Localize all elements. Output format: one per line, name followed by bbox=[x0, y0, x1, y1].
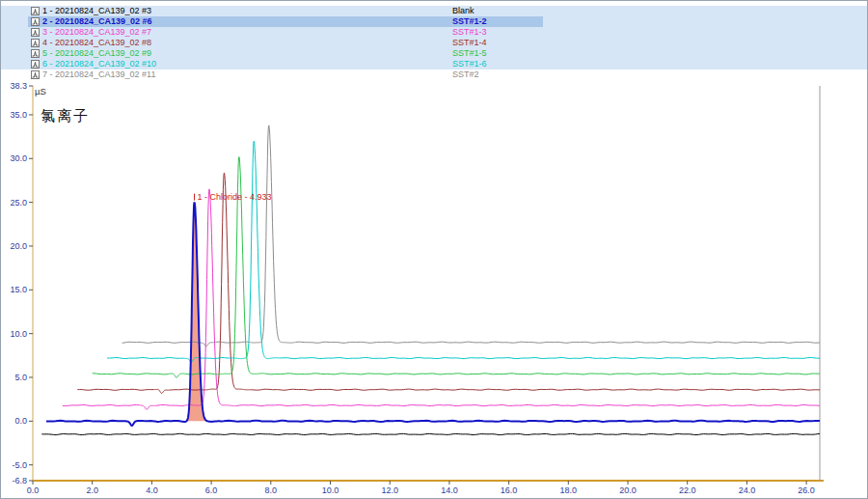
chart-title: 氯离子 bbox=[41, 107, 90, 124]
y-axis-tick-label: 10.0 bbox=[10, 329, 27, 339]
chromatogram-icon bbox=[31, 7, 40, 15]
chromatography-window: µS 氯离子 0.02.04.06.08.010.012.014.016.018… bbox=[0, 0, 868, 499]
x-axis-tick-label: 4.0 bbox=[146, 485, 158, 495]
x-axis-tick-label: 20.0 bbox=[619, 485, 637, 495]
legend-row-6[interactable]: 6 - 20210824_CA139_02 #10SST#1-6 bbox=[1, 59, 867, 69]
y-axis-tick-label: 20.0 bbox=[10, 241, 27, 251]
sample-type-label: SST#1-4 bbox=[452, 38, 487, 48]
legend-row-4[interactable]: 4 - 20210824_CA139_02 #8SST#1-4 bbox=[1, 38, 867, 48]
sample-type-label: SST#1-5 bbox=[452, 48, 487, 59]
trace-sst-1-4[interactable] bbox=[77, 173, 820, 393]
x-axis-tick-label: 6.0 bbox=[205, 485, 218, 495]
y-axis-tick-label: -6.8 bbox=[12, 476, 27, 485]
y-axis-tick-label: 25.0 bbox=[10, 198, 27, 208]
y-axis-tick-label: 5.0 bbox=[14, 373, 27, 382]
trace-sst-1-3[interactable] bbox=[63, 189, 820, 409]
legend-panel: 1 - 20210824_CA139_02 #3Blank2 - 2021082… bbox=[1, 1, 867, 83]
peak-annotation-label: 1 - Chloride - 4.933 bbox=[198, 192, 272, 202]
sample-name: 2 - 20210824_CA139_02 #6 bbox=[42, 16, 152, 27]
legend-row-5[interactable]: 5 - 20210824_CA139_02 #9SST#1-5 bbox=[1, 48, 867, 59]
chromatogram-icon bbox=[31, 49, 40, 58]
legend-row-3[interactable]: 3 - 20210824_CA139_02 #7SST#1-3 bbox=[1, 27, 867, 38]
x-axis-tick-label: 12.0 bbox=[381, 485, 398, 495]
x-axis-tick-label: 14.0 bbox=[441, 485, 458, 495]
x-axis-tick-label: 26.0 bbox=[798, 485, 815, 495]
sample-type-label: SST#2 bbox=[452, 69, 479, 80]
y-axis-tick-label: 30.0 bbox=[10, 153, 27, 163]
sample-type-label: SST#1-6 bbox=[452, 59, 487, 69]
sample-name: 7 - 20210824_CA139_02 #11 bbox=[42, 69, 155, 80]
trace-sst-1-5[interactable] bbox=[93, 157, 820, 378]
x-axis-tick-label: 10.0 bbox=[322, 485, 339, 495]
y-axis-unit: µS bbox=[35, 86, 46, 97]
y-axis-tick-label: -5.0 bbox=[12, 460, 27, 470]
y-axis-tick-label: 15.0 bbox=[10, 285, 27, 294]
y-axis-tick-label: 35.0 bbox=[10, 110, 27, 120]
y-axis-tick-label: 0.0 bbox=[14, 416, 27, 426]
trace-sst-1-2[interactable] bbox=[46, 203, 820, 427]
x-axis-tick-label: 2.0 bbox=[86, 485, 98, 495]
sample-name: 4 - 20210824_CA139_02 #8 bbox=[42, 38, 151, 48]
legend-row-1[interactable]: 1 - 20210824_CA139_02 #3Blank bbox=[1, 6, 867, 16]
sample-name: 3 - 20210824_CA139_02 #7 bbox=[42, 27, 151, 38]
sample-name: 5 - 20210824_CA139_02 #9 bbox=[42, 48, 151, 59]
sample-name: 6 - 20210824_CA139_02 #10 bbox=[42, 59, 156, 69]
sample-name: 1 - 20210824_CA139_02 #3 bbox=[42, 6, 151, 16]
x-axis-tick-label: 0.0 bbox=[27, 485, 40, 495]
trace-blank[interactable] bbox=[41, 433, 820, 434]
legend-row-7[interactable]: 7 - 20210824_CA139_02 #11SST#2 bbox=[1, 69, 867, 80]
chromatogram-icon bbox=[31, 39, 40, 47]
x-axis-tick-label: 22.0 bbox=[679, 485, 696, 495]
sample-type-label: SST#1-3 bbox=[452, 27, 487, 38]
sample-type-label: SST#1-2 bbox=[452, 16, 487, 27]
chromatogram-icon bbox=[31, 60, 40, 69]
plot-content: 0.02.04.06.08.010.012.014.016.018.020.02… bbox=[10, 81, 824, 495]
x-axis-tick-label: 8.0 bbox=[265, 485, 278, 495]
sample-type-label: Blank bbox=[452, 6, 475, 16]
chromatogram-icon bbox=[31, 28, 40, 37]
legend-row-2[interactable]: 2 - 20210824_CA139_02 #6SST#1-2 bbox=[1, 16, 867, 27]
chromatogram-icon bbox=[31, 17, 40, 26]
x-axis-tick-label: 24.0 bbox=[739, 485, 756, 495]
x-axis-tick-label: 18.0 bbox=[560, 485, 578, 495]
x-axis-tick-label: 16.0 bbox=[501, 485, 518, 495]
chromatogram-icon bbox=[31, 70, 40, 79]
